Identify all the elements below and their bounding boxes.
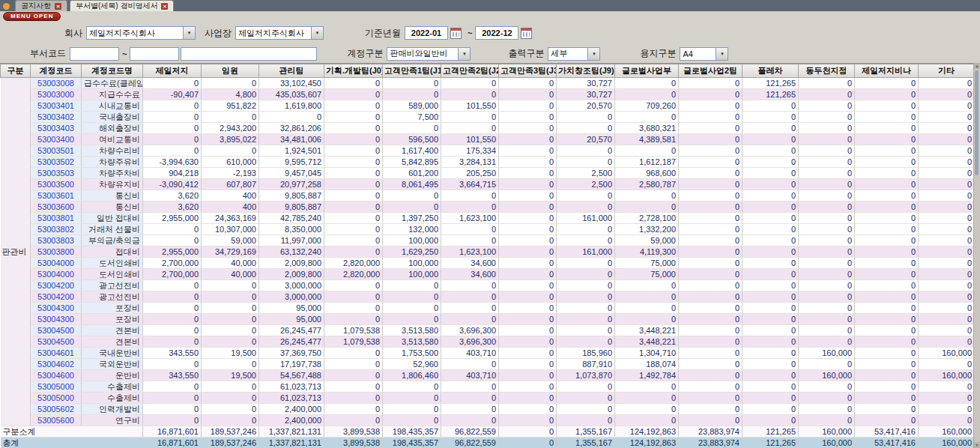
cell-value: 0: [855, 123, 919, 134]
table-row[interactable]: 53003800접대비2,955,00034,729,16963,132,240…: [1, 246, 975, 258]
table-row[interactable]: 53003500차량유지비-3,090,412607,80720,977,258…: [1, 179, 975, 190]
cell-value: 400: [202, 190, 259, 202]
cell-value: 0: [499, 213, 557, 224]
column-header[interactable]: 계정코드명: [82, 64, 143, 78]
tab-close-icon[interactable]: ×: [161, 3, 168, 10]
dept-code-to-input[interactable]: [130, 47, 179, 61]
menu-open-button[interactable]: MENU OPEN: [3, 12, 61, 21]
cell-value: 121,265: [742, 78, 799, 89]
cell-value: 0: [679, 134, 742, 145]
tab-notice[interactable]: 공지사항 ×: [15, 0, 67, 11]
column-header[interactable]: 고객만족3팀(J3): [499, 64, 557, 78]
table-row[interactable]: 53003502차량주유비-3,994,630610,0009,595,7120…: [1, 157, 975, 168]
cell-value: 0: [742, 112, 799, 123]
table-row[interactable]: 53004300포장비0095,00000000000000: [1, 314, 975, 325]
period-to-input[interactable]: [475, 26, 518, 40]
cell-value: 0: [799, 393, 855, 404]
table-row[interactable]: 53005600연구비002,400,00000000000000: [1, 415, 975, 426]
column-header[interactable]: 가치창조팀(J9): [557, 64, 615, 78]
column-header[interactable]: 임원: [202, 64, 259, 78]
column-header[interactable]: 고객만족2팀(J2): [441, 64, 499, 78]
tab-close-icon[interactable]: ×: [55, 3, 61, 10]
table-row[interactable]: 53004602국외운반비0017,197,738052,96000887,91…: [1, 359, 975, 370]
dept-name-field[interactable]: [181, 47, 317, 61]
table-row[interactable]: 53003501차량수리비001,924,50101,617,400175,33…: [1, 145, 975, 157]
table-row[interactable]: 53003402국내출장비00007,500000000000: [1, 112, 975, 123]
account-type-select[interactable]: 판매비와일반비 ▼: [387, 47, 471, 61]
cell-value: 0: [441, 280, 499, 291]
table-row[interactable]: 53003503차량주차비904,218-2,1939,457,0450601,…: [1, 168, 975, 179]
cell-value: 0: [919, 246, 975, 258]
table-row[interactable]: 53004000도서인쇄비2,700,00040,0002,009,8002,8…: [1, 258, 975, 269]
cell-value: 0: [615, 202, 679, 213]
expense-grid[interactable]: 구분계정코드계정코드명제일저지임원관리팀기획.개발팀(J0)고객만족1팀(J1)…: [0, 64, 974, 448]
cell-value: 7,500: [383, 112, 441, 123]
table-row[interactable]: 53004000도서인쇄비2,700,00040,0002,009,8002,8…: [1, 269, 975, 280]
column-header[interactable]: 제일저지비나: [855, 64, 919, 78]
tab-expense-report[interactable]: 부서별(세목) 경비명세서 ×: [70, 0, 174, 11]
column-header[interactable]: 제일저지: [143, 64, 202, 78]
dept-code-from-input[interactable]: [70, 47, 119, 61]
table-row[interactable]: 53005602인력개발비002,400,00000000000000: [1, 404, 975, 415]
column-header[interactable]: 글로벌사업부: [615, 64, 679, 78]
scroll-down-icon[interactable]: ▼: [974, 442, 980, 448]
column-header[interactable]: 플레차: [742, 64, 799, 78]
cell-value: 0: [742, 404, 799, 415]
table-row[interactable]: 53005000수출제비0061,023,71300000000000: [1, 381, 975, 393]
table-row[interactable]: 53004500견본비0026,245,4771,079,5383,513,58…: [1, 336, 975, 348]
column-header[interactable]: 고객만족1팀(J1): [383, 64, 441, 78]
period-from-input[interactable]: [405, 26, 448, 40]
column-header[interactable]: 기획.개발팀(J0): [324, 64, 383, 78]
cell-value: 0: [742, 269, 799, 280]
cell-value: 0: [855, 370, 919, 381]
vertical-scrollbar[interactable]: ▲ ▼: [973, 63, 980, 448]
table-row[interactable]: 53004600운반비343,55019,50054,567,48801,806…: [1, 370, 975, 381]
cell-value: 4,119,300: [615, 246, 679, 258]
table-row[interactable]: 53004200광고선전비003,000,00000000000000: [1, 280, 975, 291]
column-header[interactable]: 관리팀: [259, 64, 324, 78]
cell-value: 0: [855, 168, 919, 179]
table-row[interactable]: 53003601통신비3,6204009,805,88700000000000: [1, 190, 975, 202]
table-row[interactable]: 53004200광고선전비003,000,00000000000000: [1, 291, 975, 303]
cell-value: 40,000: [202, 258, 259, 269]
table-row[interactable]: 판관비53003008급수수료(클레임)0033,102,450000030,7…: [1, 78, 975, 89]
table-row[interactable]: 53004300포장비0095,00000000000000: [1, 303, 975, 314]
cell-account-name: 접대비: [82, 246, 143, 258]
table-row[interactable]: 53003403해외출장비02,943,20032,861,206000003,…: [1, 123, 975, 134]
output-type-select[interactable]: 세부 ▼: [548, 47, 600, 61]
column-header[interactable]: 글로벌사업2팀: [679, 64, 742, 78]
cell-value: 0: [499, 303, 557, 314]
cell-value: 3,448,221: [615, 336, 679, 348]
scroll-up-icon[interactable]: ▲: [974, 63, 980, 69]
cell-account-code: 53003502: [31, 157, 82, 168]
cell-value: 607,807: [202, 179, 259, 190]
paper-type-select[interactable]: A4 ▼: [680, 47, 728, 61]
table-row[interactable]: 53003400여비교통비03,895,02234,481,0060596,50…: [1, 134, 975, 145]
column-header[interactable]: 구분: [1, 64, 31, 78]
column-header[interactable]: 계정코드: [31, 64, 82, 78]
cell-value: 0: [855, 381, 919, 393]
table-row[interactable]: 53004601국내운반비343,55019,50037,369,75001,7…: [1, 348, 975, 359]
scrollbar-thumb[interactable]: [975, 70, 979, 175]
column-header[interactable]: 동두천지점: [799, 64, 855, 78]
company-select[interactable]: 제일저지주식회사 ▼: [86, 26, 196, 40]
column-header[interactable]: 기타: [919, 64, 975, 78]
workplace-select[interactable]: 제일저지주식회사 ▼: [235, 26, 324, 40]
table-row[interactable]: 53004500견본비0026,245,4771,079,5383,513,58…: [1, 325, 975, 336]
cell-value: 0: [799, 415, 855, 426]
calendar-icon[interactable]: [450, 28, 462, 39]
cell-value: 0: [499, 134, 557, 145]
calendar-icon[interactable]: [521, 28, 532, 39]
cell-value: 1,924,501: [259, 145, 324, 157]
group-cell: 판관비: [1, 78, 31, 426]
cell-value: 0: [143, 359, 202, 370]
table-row[interactable]: 53003801일반 접대비2,955,00024,363,16942,785,…: [1, 213, 975, 224]
table-row[interactable]: 53005000수출제비0061,023,71300000000000: [1, 393, 975, 404]
table-row[interactable]: 53003401시내교통비0951,8221,619,8000589,00010…: [1, 100, 975, 112]
table-row[interactable]: 53003803부의금/축의금059,00011,997,0000100,000…: [1, 235, 975, 246]
cell-value: 1,612,187: [615, 157, 679, 168]
table-row[interactable]: 53003000지급수수료-90,4074,800435,035,6070000…: [1, 89, 975, 100]
cell-value: 34,481,006: [259, 134, 324, 145]
table-row[interactable]: 53003802거래처 선물비010,307,0008,350,0000132,…: [1, 224, 975, 235]
table-row[interactable]: 53003600통신비3,6204009,805,88700000000000: [1, 202, 975, 213]
